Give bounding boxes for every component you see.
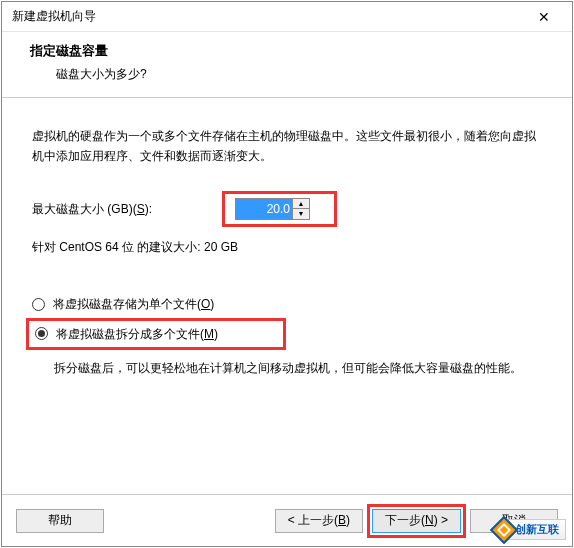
wizard-window: 新建虚拟机向导 ✕ 指定磁盘容量 磁盘大小为多少? 虚拟机的硬盘作为一个或多个文… bbox=[1, 1, 573, 547]
cancel-button[interactable]: 取消 bbox=[470, 509, 558, 533]
disk-size-row: 最大磁盘大小 (GB)(S): ▲ ▼ bbox=[32, 191, 542, 227]
back-button-label: < 上一步(B) bbox=[288, 512, 350, 529]
radio-icon-unselected[interactable] bbox=[32, 298, 45, 311]
radio-single-label: 将虚拟磁盘存储为单个文件(O) bbox=[53, 294, 214, 314]
radio-dot-icon bbox=[38, 330, 45, 337]
titlebar: 新建虚拟机向导 ✕ bbox=[2, 2, 572, 32]
disk-size-label: 最大磁盘大小 (GB)(S): bbox=[32, 199, 222, 219]
next-button[interactable]: 下一步(N) > bbox=[372, 509, 461, 533]
radio-split-file[interactable]: 将虚拟磁盘拆分成多个文件(M) bbox=[26, 318, 286, 350]
wizard-content: 虚拟机的硬盘作为一个或多个文件存储在主机的物理磁盘中。这些文件最初很小，随着您向… bbox=[2, 98, 572, 494]
disk-size-highlight: ▲ ▼ bbox=[222, 191, 337, 227]
description-text: 虚拟机的硬盘作为一个或多个文件存储在主机的物理磁盘中。这些文件最初很小，随着您向… bbox=[32, 126, 542, 167]
window-title: 新建虚拟机向导 bbox=[12, 8, 96, 25]
radio-icon-selected[interactable] bbox=[35, 327, 48, 340]
cancel-button-label: 取消 bbox=[502, 512, 526, 529]
next-button-highlight: 下一步(N) > bbox=[367, 504, 466, 538]
header-subtitle: 磁盘大小为多少? bbox=[30, 66, 552, 83]
split-description: 拆分磁盘后，可以更轻松地在计算机之间移动虚拟机，但可能会降低大容量磁盘的性能。 bbox=[32, 358, 542, 378]
spinner-buttons: ▲ ▼ bbox=[292, 199, 309, 219]
wizard-header: 指定磁盘容量 磁盘大小为多少? bbox=[2, 32, 572, 98]
header-title: 指定磁盘容量 bbox=[30, 42, 552, 60]
disk-size-spinner[interactable]: ▲ ▼ bbox=[235, 198, 310, 220]
close-icon: ✕ bbox=[538, 9, 550, 25]
back-button[interactable]: < 上一步(B) bbox=[275, 509, 363, 533]
close-button[interactable]: ✕ bbox=[524, 3, 564, 31]
spinner-up-icon[interactable]: ▲ bbox=[293, 199, 309, 209]
help-button[interactable]: 帮助 bbox=[16, 509, 104, 533]
wizard-footer: 帮助 < 上一步(B) 下一步(N) > 取消 创新互联 bbox=[2, 494, 572, 546]
help-button-label: 帮助 bbox=[48, 512, 72, 529]
spinner-down-icon[interactable]: ▼ bbox=[293, 209, 309, 219]
disk-storage-options: 将虚拟磁盘存储为单个文件(O) 将虚拟磁盘拆分成多个文件(M) bbox=[32, 291, 542, 350]
radio-single-file[interactable]: 将虚拟磁盘存储为单个文件(O) bbox=[32, 291, 542, 317]
next-button-label: 下一步(N) > bbox=[385, 512, 448, 529]
radio-split-label: 将虚拟磁盘拆分成多个文件(M) bbox=[56, 324, 218, 344]
disk-size-input[interactable] bbox=[236, 199, 292, 219]
recommended-size-text: 针对 CentOS 64 位 的建议大小: 20 GB bbox=[32, 237, 542, 257]
